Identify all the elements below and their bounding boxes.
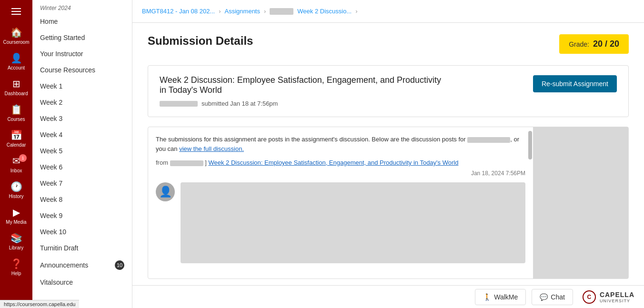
nav-label-calendar: Calendar xyxy=(7,142,26,148)
from-text: from xyxy=(156,159,168,166)
url-bar: https://courseroom.capella.edu xyxy=(0,300,79,308)
breadcrumb-sep-2: › xyxy=(264,8,266,15)
capella-sub: UNIVERSITY xyxy=(600,298,634,303)
nav-item-history[interactable]: 🕐 History xyxy=(0,177,32,203)
breadcrumb-current[interactable]: Week 2 Discussio... xyxy=(297,8,352,15)
footer-bar: 🚶 WalkMe 💬 Chat C CAPELLA UNIVERSITY xyxy=(132,285,644,308)
breadcrumb-assignments[interactable]: Assignments xyxy=(225,8,260,15)
main-content: BMGT8412 - Jan 08 202... › Assignments ›… xyxy=(132,0,644,308)
nav-label-history: History xyxy=(9,194,23,199)
discussion-from-row: from ] Week 2 Discussion: Employee Satis… xyxy=(156,159,525,166)
sidebar-item-week9[interactable]: Week 9 xyxy=(32,208,132,224)
sidebar-item-getting-started[interactable]: Getting Started xyxy=(32,30,132,46)
sidebar-item-your-instructor[interactable]: Your Instructor xyxy=(32,46,132,62)
nav-item-account[interactable]: 👤 Account xyxy=(0,49,32,74)
walkme-icon: 🚶 xyxy=(483,293,491,301)
capella-logo: C CAPELLA UNIVERSITY xyxy=(583,290,634,304)
discussion-post-content xyxy=(181,182,525,263)
nav-rail: 🏠 Courseroom 👤 Account ⊞ Dashboard 📋 Cou… xyxy=(0,0,32,308)
avatar-icon: 👤 xyxy=(159,186,172,198)
view-full-discussion-link[interactable]: view the full discussion. xyxy=(179,145,244,152)
breadcrumb-sep-3: › xyxy=(355,8,357,15)
resubmit-button[interactable]: Re-submit Assignment xyxy=(533,75,617,92)
chat-button[interactable]: 💬 Chat xyxy=(532,289,573,305)
calendar-icon: 📅 xyxy=(10,129,22,141)
sidebar-season: Winter 2024 xyxy=(32,0,132,13)
history-icon: 🕐 xyxy=(10,181,22,192)
sidebar-item-week3[interactable]: Week 3 xyxy=(32,110,132,127)
mymedia-icon: ▶ xyxy=(13,207,20,218)
assignment-section: Week 2 Discussion: Employee Satisfaction… xyxy=(148,65,629,117)
avatar: 👤 xyxy=(156,182,175,201)
chat-label: Chat xyxy=(551,293,565,301)
nav-item-help[interactable]: ❓ Help xyxy=(0,254,32,280)
hamburger-button[interactable] xyxy=(0,0,32,23)
breadcrumb-bar: BMGT8412 - Jan 08 202... › Assignments ›… xyxy=(132,0,644,23)
announcements-badge: 10 xyxy=(115,260,124,270)
poster-name-blur xyxy=(170,160,203,166)
sidebar-item-week4[interactable]: Week 4 xyxy=(32,127,132,143)
sidebar-item-week7[interactable]: Week 7 xyxy=(32,175,132,191)
inbox-badge: 1 xyxy=(19,154,27,162)
breadcrumb-blur xyxy=(270,8,293,15)
discussion-scrollbar[interactable] xyxy=(528,131,532,159)
nav-item-courseroom[interactable]: 🏠 Courseroom xyxy=(0,23,32,49)
nav-label-courseroom: Courseroom xyxy=(3,40,29,45)
account-icon: 👤 xyxy=(10,52,22,64)
submitted-text: submitted Jan 18 at 7:56pm xyxy=(201,100,278,107)
sidebar-item-week1[interactable]: Week 1 xyxy=(32,78,132,94)
nav-label-dashboard: Dashboard xyxy=(5,91,28,96)
sidebar-item-announcements[interactable]: Announcements 10 xyxy=(32,256,132,274)
breadcrumb-sep-1: › xyxy=(219,8,221,15)
chat-icon: 💬 xyxy=(540,293,548,301)
nav-label-account: Account xyxy=(8,65,25,70)
discussion-post-row: 👤 xyxy=(156,182,525,263)
capella-logo-circle: C xyxy=(583,290,596,304)
courseroom-icon: 🏠 xyxy=(10,27,22,38)
sidebar-item-vitalsource[interactable]: Vitalsource xyxy=(32,274,132,290)
nav-item-mymedia[interactable]: ▶ My Media xyxy=(0,203,32,229)
sidebar: Winter 2024 Home Getting Started Your In… xyxy=(32,0,132,308)
student-name-blur xyxy=(467,137,510,143)
discussion-right-panel xyxy=(533,127,628,278)
nav-item-courses[interactable]: 📋 Courses xyxy=(0,100,32,126)
nav-item-calendar[interactable]: 📅 Calendar xyxy=(0,126,32,151)
sidebar-item-week10[interactable]: Week 10 xyxy=(32,224,132,240)
discussion-left-panel: The submissions for this assignment are … xyxy=(148,127,533,278)
capella-logo-letter: C xyxy=(587,294,592,300)
grade-box: Grade: 20 / 20 xyxy=(559,34,629,54)
sidebar-item-week6[interactable]: Week 6 xyxy=(32,159,132,175)
assignment-title: Week 2 Discussion: Employee Satisfaction… xyxy=(160,75,445,95)
library-icon: 📚 xyxy=(10,232,22,244)
submission-header: Submission Details Grade: 20 / 20 xyxy=(148,34,629,54)
nav-label-courses: Courses xyxy=(7,117,25,122)
help-icon: ❓ xyxy=(10,258,22,269)
sidebar-item-course-resources[interactable]: Course Resources xyxy=(32,62,132,78)
sidebar-item-turnitin[interactable]: Turnitin Draft xyxy=(32,240,132,256)
discussion-intro: The submissions for this assignment are … xyxy=(156,135,525,153)
capella-name: CAPELLA xyxy=(600,291,634,298)
nav-label-library: Library xyxy=(9,245,24,250)
nav-label-mymedia: My Media xyxy=(6,219,26,225)
nav-label-help: Help xyxy=(11,271,21,276)
content-area: Submission Details Grade: 20 / 20 Week 2… xyxy=(132,23,644,285)
discussion-post-link[interactable]: Week 2 Discussion: Employee Satisfaction… xyxy=(208,159,458,166)
nav-item-dashboard[interactable]: ⊞ Dashboard xyxy=(0,74,32,100)
walkme-button[interactable]: 🚶 WalkMe xyxy=(475,289,526,305)
sidebar-item-week5[interactable]: Week 5 xyxy=(32,143,132,159)
sidebar-item-home[interactable]: Home xyxy=(32,13,132,30)
submission-meta: submitted Jan 18 at 7:56pm xyxy=(160,100,617,107)
nav-item-inbox[interactable]: 1 ✉ Inbox xyxy=(0,151,32,177)
dashboard-icon: ⊞ xyxy=(12,78,20,89)
sidebar-item-week8[interactable]: Week 8 xyxy=(32,191,132,208)
breadcrumb-course[interactable]: BMGT8412 - Jan 08 202... xyxy=(142,8,215,15)
courses-icon: 📋 xyxy=(10,104,22,115)
discussion-timestamp: Jan 18, 2024 7:56PM xyxy=(156,170,525,177)
assignment-title-row: Week 2 Discussion: Employee Satisfaction… xyxy=(160,75,617,95)
walkme-label: WalkMe xyxy=(494,293,518,301)
nav-item-library[interactable]: 📚 Library xyxy=(0,229,32,254)
submitter-name-blur xyxy=(160,101,198,107)
grade-label: Grade: xyxy=(569,40,589,48)
grade-value: 20 / 20 xyxy=(593,39,619,49)
sidebar-item-week2[interactable]: Week 2 xyxy=(32,94,132,110)
